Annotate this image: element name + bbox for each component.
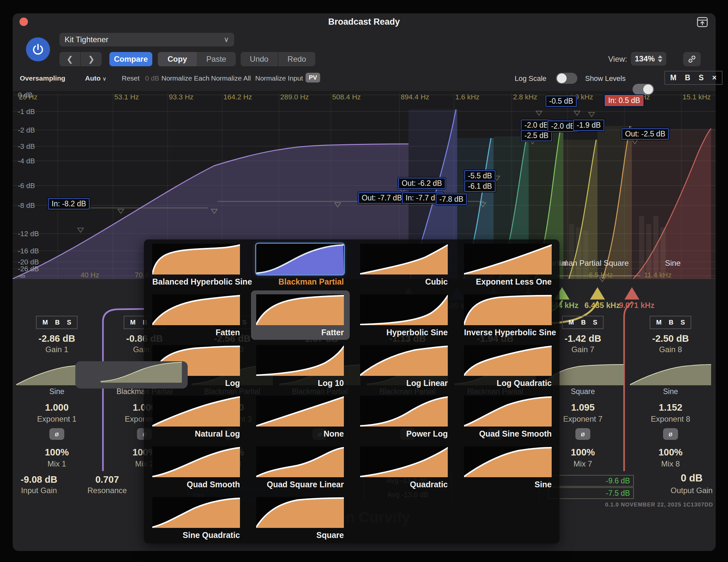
band-mute-button[interactable]: M bbox=[569, 319, 574, 326]
curve-thumbnail[interactable] bbox=[152, 497, 240, 528]
value-chip[interactable]: In: -8.2 dB bbox=[48, 198, 90, 209]
next-preset-button[interactable]: ❯ bbox=[81, 52, 102, 66]
curve-thumbnail[interactable] bbox=[256, 497, 344, 528]
curve-thumbnail[interactable] bbox=[152, 294, 240, 325]
preset-selector[interactable]: Kit Tightener ∨ bbox=[59, 33, 234, 46]
curve-menu-item[interactable]: Hyperbolic Sine bbox=[356, 294, 453, 343]
band-mute-button[interactable]: M bbox=[656, 319, 662, 326]
curve-thumbnail[interactable] bbox=[256, 345, 344, 376]
undo-button[interactable]: Undo bbox=[241, 52, 278, 66]
detach-window-icon[interactable] bbox=[697, 17, 708, 29]
value-chip[interactable]: Out: -7.7 dB bbox=[358, 192, 406, 204]
power-button[interactable] bbox=[26, 37, 50, 61]
curve-menu-item[interactable]: Quad Smooth bbox=[148, 446, 245, 495]
band-solo-button[interactable]: S bbox=[681, 319, 685, 326]
curve-thumbnail[interactable] bbox=[256, 396, 344, 427]
band-gain-value[interactable]: -2.50 dB bbox=[627, 333, 714, 344]
band-bypass-button[interactable]: B bbox=[55, 319, 59, 326]
normalize-input-button[interactable]: Normalize Input bbox=[255, 74, 303, 82]
curve-thumbnail[interactable] bbox=[360, 345, 448, 376]
curve-menu-item[interactable]: Log Quadratic bbox=[459, 345, 557, 394]
phase-invert-button[interactable]: ø bbox=[49, 428, 64, 440]
link-button[interactable] bbox=[683, 52, 701, 66]
curve-menu-item[interactable]: Sine bbox=[459, 446, 557, 495]
curve-menu-item[interactable]: Log Linear bbox=[356, 345, 453, 394]
log-scale-toggle[interactable] bbox=[556, 73, 577, 84]
value-chip[interactable]: -2.5 dB bbox=[521, 130, 552, 141]
compare-button[interactable]: Compare bbox=[109, 52, 152, 66]
value-chip[interactable]: -1.9 dB bbox=[573, 119, 604, 131]
phase-invert-button[interactable]: ø bbox=[663, 428, 678, 440]
close-channel-button[interactable]: × bbox=[712, 73, 716, 82]
view-zoom-stepper[interactable]: 134% bbox=[631, 52, 666, 66]
reset-button[interactable]: Reset bbox=[122, 74, 140, 82]
value-chip[interactable]: Out: -2.5 dB bbox=[621, 128, 669, 140]
curve-menu-item[interactable]: Sine Quadratic bbox=[148, 497, 245, 546]
input-gain-value[interactable]: -9.08 dB bbox=[0, 474, 78, 485]
curve-menu-item[interactable]: Fatten bbox=[148, 294, 245, 343]
mute-button[interactable]: M bbox=[670, 73, 676, 82]
curve-menu-item[interactable]: Exponent Less One bbox=[459, 243, 557, 293]
band-curve-name[interactable]: Sine bbox=[627, 387, 714, 396]
bypass-button[interactable]: B bbox=[685, 73, 690, 82]
curve-thumbnail[interactable] bbox=[152, 446, 240, 477]
normalize-each-button[interactable]: Normalize Each bbox=[161, 74, 209, 82]
normalize-all-button[interactable]: Normalize All bbox=[211, 74, 251, 82]
redo-button[interactable]: Redo bbox=[278, 52, 315, 66]
band-mute-button[interactable]: M bbox=[130, 319, 136, 326]
band-mix-value[interactable]: 100% bbox=[627, 447, 714, 458]
value-chip[interactable]: Out: -6.2 dB bbox=[398, 178, 446, 189]
curve-thumbnail[interactable] bbox=[360, 294, 448, 325]
curve-thumbnail[interactable] bbox=[152, 396, 240, 427]
phase-invert-button[interactable]: ø bbox=[575, 428, 590, 440]
curve-menu-item[interactable]: Blackman Partial bbox=[252, 243, 349, 293]
curve-menu-item[interactable]: Quad Sine Smooth bbox=[459, 396, 557, 444]
band-curve-thumbnail[interactable] bbox=[630, 364, 711, 385]
curve-menu-item[interactable]: Fatter bbox=[252, 294, 349, 343]
curve-menu-item[interactable]: Square bbox=[252, 497, 349, 546]
curve-thumbnail[interactable] bbox=[464, 345, 552, 376]
curve-menu-item[interactable]: Log 10 bbox=[252, 345, 349, 394]
band-exponent-value[interactable]: 1.000 bbox=[13, 402, 101, 413]
crossover-freq-label[interactable]: 6.435 kHz bbox=[584, 301, 620, 310]
band-bypass-button[interactable]: B bbox=[581, 319, 585, 326]
curve-thumbnail[interactable] bbox=[464, 243, 552, 274]
band-exponent-value[interactable]: 1.152 bbox=[627, 402, 714, 413]
solo-button[interactable]: S bbox=[699, 73, 704, 82]
curve-thumbnail[interactable] bbox=[256, 243, 344, 274]
curve-menu-item[interactable]: Natural Log bbox=[148, 396, 245, 444]
pv-badge[interactable]: PV bbox=[306, 73, 320, 82]
curve-menu-item[interactable]: None bbox=[252, 396, 349, 444]
paste-button[interactable]: Paste bbox=[197, 52, 236, 66]
band2-curve-thumbnail[interactable] bbox=[101, 361, 182, 384]
band-solo-button[interactable]: S bbox=[593, 319, 597, 326]
copy-button[interactable]: Copy bbox=[158, 52, 197, 66]
curve-menu-item[interactable]: Power Log bbox=[356, 396, 453, 444]
output-gain-value[interactable]: 0 dB bbox=[648, 472, 728, 484]
curve-thumbnail[interactable] bbox=[360, 446, 448, 477]
curve-thumbnail[interactable] bbox=[152, 243, 240, 274]
curve-menu-item[interactable]: Cubic bbox=[356, 243, 453, 293]
crossover-freq-label[interactable]: 9.071 kHz bbox=[619, 301, 654, 310]
curve-thumbnail[interactable] bbox=[360, 243, 448, 274]
curve-thumbnail[interactable] bbox=[256, 294, 344, 325]
curve-thumbnail[interactable] bbox=[464, 446, 552, 477]
curve-thumbnail[interactable] bbox=[360, 396, 448, 427]
band-mix-value[interactable]: 100% bbox=[13, 447, 101, 458]
curve-thumbnail[interactable] bbox=[256, 446, 344, 477]
curve-menu-item[interactable]: Quad Square Linear bbox=[252, 446, 349, 495]
band-curve-name[interactable]: Sine bbox=[13, 387, 101, 396]
prev-preset-button[interactable]: ❮ bbox=[59, 52, 80, 66]
resonance-value[interactable]: 0.707 bbox=[68, 474, 146, 485]
value-chip[interactable]: -5.5 dB bbox=[464, 170, 496, 181]
curve-menu-item[interactable]: Quadratic bbox=[356, 446, 453, 495]
stepper-arrows-icon[interactable] bbox=[658, 55, 662, 62]
curve-thumbnail[interactable] bbox=[464, 294, 552, 325]
curve-menu-item[interactable]: Balanced Hyperbolic Sine bbox=[148, 243, 245, 293]
band-mute-button[interactable]: M bbox=[43, 319, 48, 326]
value-chip[interactable]: -7.8 dB bbox=[436, 193, 467, 205]
value-chip[interactable]: -6.1 dB bbox=[464, 181, 496, 192]
band-bypass-button[interactable]: B bbox=[669, 319, 673, 326]
value-chip[interactable]: -0.5 dB bbox=[546, 95, 577, 107]
oversampling-select[interactable]: Auto ∨ bbox=[85, 74, 106, 82]
